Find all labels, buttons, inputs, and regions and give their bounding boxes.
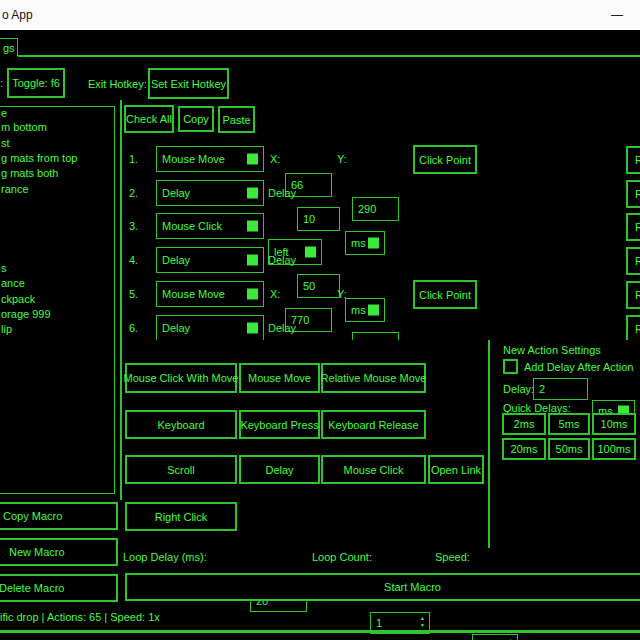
paste-button[interactable]: Paste	[218, 106, 255, 133]
add-relative-mouse-move-button[interactable]: Relative Mouse Move	[321, 363, 426, 393]
action-type-dropdown[interactable]: Mouse Move	[156, 281, 264, 307]
list-item[interactable]: st	[1, 137, 10, 149]
status-bar-line	[0, 630, 640, 633]
quick-delay-button[interactable]: 50ms	[548, 438, 590, 460]
delay-label: Delay	[268, 254, 296, 266]
dropdown-indicator-icon	[247, 323, 258, 334]
click-point-button[interactable]: Click Point	[413, 145, 477, 174]
list-item[interactable]: s	[1, 262, 7, 274]
speed-label: Speed:	[435, 551, 470, 563]
remove-button[interactable]: R	[626, 213, 640, 241]
add-delay-button[interactable]: Delay	[239, 455, 320, 484]
list-item[interactable]: lip	[1, 323, 12, 335]
add-open-link-button[interactable]: Open Link	[428, 455, 484, 484]
delete-macro-button[interactable]: Delete Macro	[0, 574, 118, 602]
tab-settings[interactable]: gs	[0, 38, 18, 56]
settings-separator	[488, 340, 490, 548]
action-type-dropdown[interactable]: Mouse Click	[156, 213, 264, 239]
title-bar: o App —	[0, 0, 640, 30]
action-row: 4.DelayDelay50msR	[122, 247, 640, 277]
app-window: o App — gs : Toggle: f6 Exit Hotkey: Set…	[0, 0, 640, 640]
action-type-dropdown[interactable]: Mouse Move	[156, 146, 264, 172]
list-item[interactable]: g mats from top	[1, 152, 77, 164]
quick-delay-button[interactable]: 100ms	[592, 438, 636, 460]
copy-button[interactable]: Copy	[178, 106, 214, 132]
action-type-dropdown[interactable]: Delay	[156, 180, 264, 206]
speed-spinner[interactable]: 1 ▲▼	[472, 634, 518, 640]
remove-button[interactable]: R	[626, 281, 640, 309]
add-right-click-button[interactable]: Right Click	[125, 502, 237, 531]
set-exit-hotkey-button[interactable]: Set Exit Hotkey	[148, 68, 229, 99]
action-type-value: Mouse Move	[162, 153, 225, 165]
add-mouse-click-with-move-button[interactable]: Mouse Click With Move	[125, 363, 237, 393]
remove-button[interactable]: R	[626, 146, 640, 174]
remove-button[interactable]: R	[626, 247, 640, 275]
add-keyboard-release-button[interactable]: Keyboard Release	[321, 410, 426, 439]
row-number: 6.	[129, 322, 138, 334]
list-item[interactable]: e	[1, 107, 7, 119]
check-all-button[interactable]: Check All	[124, 105, 174, 133]
tabstrip-line	[18, 55, 640, 57]
status-bar-text: ific drop | Actions: 65 | Speed: 1x	[0, 611, 160, 623]
list-item[interactable]: m bottom	[1, 121, 47, 133]
add-mouse-move-button[interactable]: Mouse Move	[239, 363, 320, 393]
dropdown-indicator-icon	[247, 221, 258, 232]
y-label: Y:	[337, 288, 347, 300]
action-type-dropdown[interactable]: Delay	[156, 315, 264, 340]
quick-delay-button[interactable]: 2ms	[502, 413, 546, 435]
action-row: 6.DelayDelay10msR	[122, 315, 640, 340]
quick-delay-button[interactable]: 10ms	[592, 413, 636, 435]
click-point-button[interactable]: Click Point	[413, 280, 477, 309]
list-item[interactable]: ance	[1, 277, 25, 289]
add-scroll-button[interactable]: Scroll	[125, 455, 237, 484]
list-item[interactable]: ckpack	[1, 293, 35, 305]
exit-hotkey-label: Exit Hotkey:	[88, 78, 147, 90]
copy-macro-button[interactable]: Copy Macro	[0, 502, 118, 530]
action-row: 5.Mouse MoveX:770Y:659Click PointR	[122, 281, 640, 311]
x-label: X:	[270, 288, 280, 300]
hotkey-label-fragment: :	[0, 77, 3, 89]
add-mouse-click-button[interactable]: Mouse Click	[321, 455, 426, 484]
actions-list[interactable]: 1.Mouse MoveX:66Y:290Click PointR2.Delay…	[122, 140, 640, 340]
list-item[interactable]: rance	[1, 183, 29, 195]
action-row: 1.Mouse MoveX:66Y:290Click PointR	[122, 146, 640, 176]
y-label: Y:	[337, 153, 347, 165]
x-label: X:	[270, 153, 280, 165]
add-delay-label: Add Delay After Action	[524, 361, 633, 373]
new-action-settings-title: New Action Settings	[503, 344, 601, 356]
add-keyboard-button[interactable]: Keyboard	[125, 410, 237, 439]
list-item[interactable]: orage 999	[1, 308, 51, 320]
loop-count-label: Loop Count:	[312, 551, 372, 563]
action-type-value: Delay	[162, 322, 190, 334]
delay-label: Delay	[268, 322, 296, 334]
row-number: 1.	[129, 153, 138, 165]
new-macro-button[interactable]: New Macro	[0, 538, 118, 566]
loop-delay-label: Loop Delay (ms):	[123, 551, 207, 563]
quick-delay-button[interactable]: 20ms	[502, 438, 546, 460]
row-number: 4.	[129, 254, 138, 266]
window-title: o App	[2, 8, 33, 22]
add-keyboard-press-button[interactable]: Keyboard Press	[239, 410, 320, 439]
action-row: 3.Mouse ClickleftR	[122, 213, 640, 243]
toggle-hotkey-button[interactable]: Toggle: f6	[7, 68, 65, 98]
list-item[interactable]: g mats both	[1, 167, 58, 179]
dropdown-indicator-icon	[247, 289, 258, 300]
quick-delay-button[interactable]: 5ms	[548, 413, 590, 435]
minimize-button[interactable]: —	[604, 6, 630, 24]
start-macro-button[interactable]: Start Macro	[125, 573, 640, 601]
row-number: 3.	[129, 220, 138, 232]
dropdown-indicator-icon	[247, 188, 258, 199]
delay-label: Delay:	[503, 383, 534, 395]
add-delay-checkbox[interactable]	[503, 359, 518, 374]
action-type-value: Mouse Move	[162, 288, 225, 300]
action-type-value: Delay	[162, 187, 190, 199]
row-number: 5.	[129, 288, 138, 300]
new-action-delay-input[interactable]: 2	[533, 378, 588, 400]
dropdown-indicator-icon	[247, 154, 258, 165]
spinner-arrows-icon[interactable]: ▲▼	[420, 615, 425, 629]
new-action-delay-value: 2	[539, 383, 545, 395]
macro-list[interactable]: em bottomstg mats from topg mats bothran…	[0, 106, 115, 494]
remove-button[interactable]: R	[626, 180, 640, 208]
action-type-dropdown[interactable]: Delay	[156, 247, 264, 273]
remove-button[interactable]: R	[626, 315, 640, 340]
